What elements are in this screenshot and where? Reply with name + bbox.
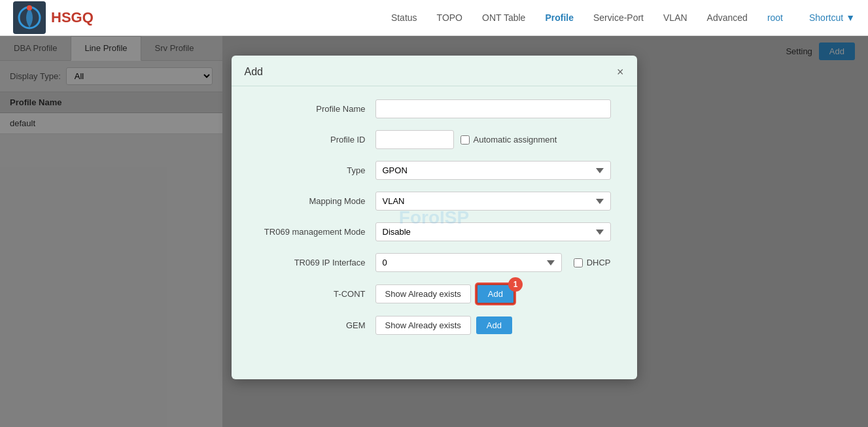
tr069-mode-row: TR069 management Mode Disable <box>258 222 611 241</box>
dhcp-label: DHCP <box>587 258 611 267</box>
profile-name-input[interactable] <box>375 99 611 118</box>
nav-user[interactable]: root <box>767 12 783 23</box>
nav-service-port[interactable]: Service-Port <box>593 12 644 23</box>
modal-title: Add <box>245 66 263 78</box>
gem-input-area: Show Already exists Add <box>375 316 512 335</box>
dhcp-area: DHCP <box>574 258 611 267</box>
nav-status[interactable]: Status <box>391 12 417 23</box>
dhcp-checkbox[interactable] <box>574 258 583 267</box>
badge-1: 1 <box>508 277 523 292</box>
shortcut-area[interactable]: Shortcut ▼ <box>809 12 855 23</box>
tcont-add-wrapper: Add 1 <box>476 284 515 304</box>
profile-name-row: Profile Name <box>258 99 611 118</box>
nav-topo[interactable]: TOPO <box>437 12 462 23</box>
modal-overlay: ForoISP Add × Profile Name Profile ID <box>0 36 868 427</box>
gem-show-already-button[interactable]: Show Already exists <box>375 316 471 335</box>
gem-label: GEM <box>258 320 375 330</box>
tr069-ip-label: TR069 IP Interface <box>258 258 375 267</box>
automatic-assignment-label: Automatic assignment <box>474 135 557 145</box>
automatic-assignment-area: Automatic assignment <box>460 135 557 145</box>
gem-add-button[interactable]: Add <box>476 316 512 334</box>
modal-close-button[interactable]: × <box>617 66 624 78</box>
mapping-mode-select[interactable]: VLAN <box>375 192 611 211</box>
tr069-mode-label: TR069 management Mode <box>258 227 375 237</box>
tr069-ip-row: TR069 IP Interface 0 DHCP <box>258 253 611 272</box>
tr069-mode-select[interactable]: Disable <box>375 222 611 241</box>
gem-row: GEM Show Already exists Add <box>258 316 611 335</box>
modal-body: Profile Name Profile ID Automatic assign… <box>232 86 637 360</box>
logo-icon <box>13 1 46 34</box>
tcont-label: T-CONT <box>258 289 375 299</box>
modal-header: Add × <box>232 56 637 86</box>
profile-id-row: Profile ID Automatic assignment <box>258 130 611 149</box>
mapping-mode-label: Mapping Mode <box>258 196 375 206</box>
profile-name-label: Profile Name <box>258 104 375 114</box>
logo-text: HSGQ <box>51 9 94 26</box>
page-content: DBA Profile Line Profile Srv Profile Dis… <box>0 36 868 427</box>
shortcut-label: Shortcut <box>809 12 843 23</box>
modal: ForoISP Add × Profile Name Profile ID <box>232 56 637 379</box>
profile-id-input-area: Automatic assignment <box>375 130 557 149</box>
tcont-row: T-CONT Show Already exists Add 1 <box>258 284 611 304</box>
svg-point-2 <box>27 5 32 10</box>
nav-links: Status TOPO ONT Table Profile Service-Po… <box>391 12 855 23</box>
nav-ont-table[interactable]: ONT Table <box>482 12 525 23</box>
tcont-show-already-button[interactable]: Show Already exists <box>375 284 471 303</box>
logo-area: HSGQ <box>13 1 94 34</box>
nav-vlan[interactable]: VLAN <box>663 12 687 23</box>
mapping-mode-row: Mapping Mode VLAN <box>258 192 611 211</box>
tcont-input-area: Show Already exists Add 1 <box>375 284 515 304</box>
profile-id-input[interactable] <box>375 130 454 149</box>
type-select[interactable]: GPON <box>375 161 611 180</box>
nav-advanced[interactable]: Advanced <box>707 12 748 23</box>
shortcut-chevron-icon: ▼ <box>846 12 855 23</box>
tr069-ip-select[interactable]: 0 <box>375 253 562 272</box>
automatic-assignment-checkbox[interactable] <box>460 135 470 145</box>
profile-id-label: Profile ID <box>258 135 375 145</box>
top-nav: HSGQ Status TOPO ONT Table Profile Servi… <box>0 0 868 36</box>
nav-profile[interactable]: Profile <box>545 12 574 23</box>
type-row: Type GPON <box>258 161 611 180</box>
type-label: Type <box>258 165 375 175</box>
